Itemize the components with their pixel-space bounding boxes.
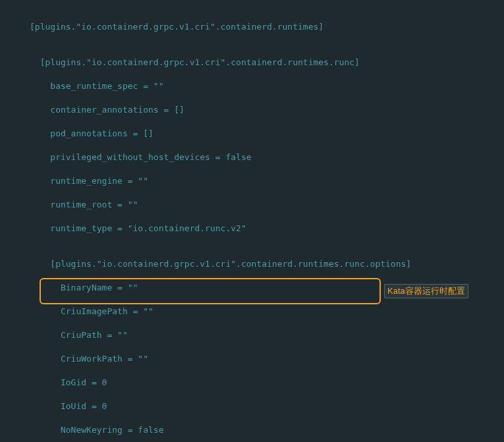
code-line: [plugins."io.containerd.grpc.v1.cri".con… (30, 57, 504, 69)
code-line: container_annotations = [] (30, 104, 504, 116)
code-line: base_runtime_spec = "" (30, 80, 504, 92)
code-line: CriuWorkPath = "" (30, 353, 504, 365)
annotation-label: Kata容器运行时配置 (384, 284, 468, 298)
code-line: runtime_engine = "" (30, 175, 504, 187)
code-line: runtime_type = "io.containerd.runc.v2" (30, 223, 504, 235)
code-line: [plugins."io.containerd.grpc.v1.cri".con… (30, 21, 504, 33)
code-line: CriuPath = "" (30, 329, 504, 341)
code-line: runtime_root = "" (30, 199, 504, 211)
code-line: [plugins."io.containerd.grpc.v1.cri".con… (30, 258, 504, 270)
code-line: CriuImagePath = "" (30, 306, 504, 318)
code-line: NoNewKeyring = false (30, 424, 504, 436)
code-line: privileged_without_host_devices = false (30, 152, 504, 163)
code-block: [plugins."io.containerd.grpc.v1.cri".con… (0, 0, 504, 442)
code-line: IoUid = 0 (30, 401, 504, 412)
code-line: IoGid = 0 (30, 377, 504, 389)
code-line: pod_annotations = [] (30, 128, 504, 140)
